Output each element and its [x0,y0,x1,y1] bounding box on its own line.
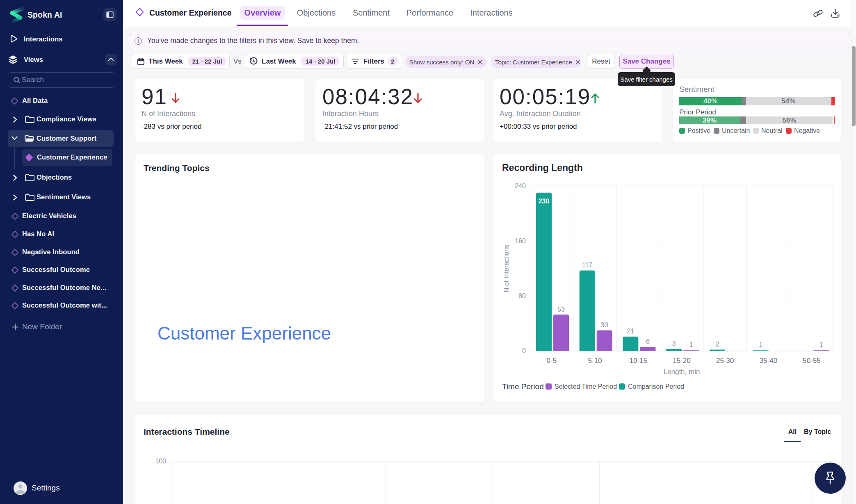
svg-text:117: 117 [582,262,593,269]
svg-text:1: 1 [819,341,823,348]
svg-text:53: 53 [557,306,565,313]
svg-text:50-55: 50-55 [803,357,820,365]
svg-text:1: 1 [689,341,693,348]
svg-text:15-20: 15-20 [673,357,690,365]
svg-text:230: 230 [539,198,550,205]
svg-text:Length, min: Length, min [664,368,700,376]
svg-text:80: 80 [518,292,526,299]
svg-text:100: 100 [155,458,166,465]
svg-text:5-10: 5-10 [588,357,602,365]
svg-text:0-5: 0-5 [547,357,557,365]
svg-text:2: 2 [715,341,719,348]
svg-text:21: 21 [627,328,635,335]
svg-text:1: 1 [759,341,762,348]
svg-text:6: 6 [646,338,650,345]
svg-text:160: 160 [515,237,526,244]
svg-text:35-40: 35-40 [760,357,777,365]
svg-text:N of Interactions: N of Interactions [503,245,510,293]
svg-text:Selected Time Period: Selected Time Period [555,383,617,390]
svg-text:3: 3 [672,340,676,347]
svg-text:10-15: 10-15 [630,357,647,365]
svg-text:Time Period: Time Period [502,382,544,391]
svg-text:30: 30 [601,322,608,328]
svg-text:0: 0 [522,347,526,354]
svg-text:25-30: 25-30 [716,357,734,365]
svg-text:240: 240 [515,182,526,189]
svg-text:Comparison Period: Comparison Period [628,383,684,390]
